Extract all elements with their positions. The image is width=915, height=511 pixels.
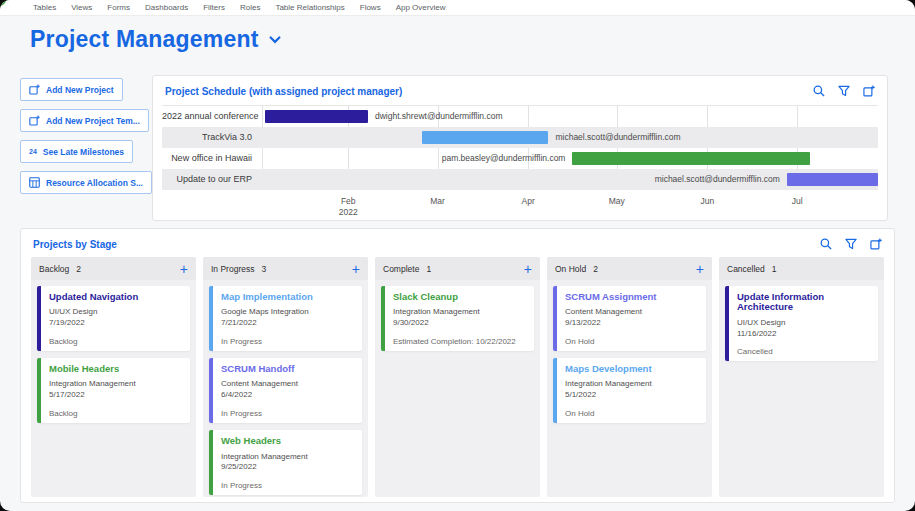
gantt-assignee-label: dwight.shrewt@dundermifflin.com — [375, 106, 503, 127]
sidebar-button-label: Resource Allocation S... — [46, 178, 143, 188]
kanban-column-name: In Progress — [211, 264, 254, 274]
card-status: On Hold — [565, 337, 698, 346]
sidebar-button-label: Add New Project Tem... — [46, 116, 140, 126]
nav-item-table-relationships[interactable]: Table Relationships — [275, 3, 344, 12]
gantt-axis-tick-may: May — [609, 196, 625, 207]
project-card-update-information-architecture[interactable]: Update Information ArchitectureUI/UX Des… — [725, 286, 878, 361]
card-title: Mobile Headers — [49, 364, 182, 374]
kanban-board: Backlog2+Updated NavigationUI/UX Design7… — [21, 256, 894, 507]
gantt-axis-tick-mar: Mar — [430, 196, 445, 207]
kanban-column-count: 1 — [772, 264, 777, 274]
nav-item-roles[interactable]: Roles — [240, 3, 260, 12]
project-card-map-implementation[interactable]: Map ImplementationGoogle Maps Integratio… — [209, 286, 362, 351]
top-nav: TablesViewsFormsDashboardsFiltersRolesTa… — [0, 0, 915, 16]
gantt-chart: 2022 annual conferencedwight.shrewt@dund… — [162, 105, 878, 222]
nav-item-tables[interactable]: Tables — [33, 3, 56, 12]
gantt-bar-trackvia-3-0[interactable] — [422, 131, 549, 144]
kanban-column-cards: Map ImplementationGoogle Maps Integratio… — [203, 280, 368, 497]
milestones-24-icon: 24 — [29, 148, 37, 155]
grid-icon — [29, 177, 40, 188]
nav-item-flows[interactable]: Flows — [360, 3, 381, 12]
see-late-milestones-button[interactable]: 24See Late Milestones — [20, 140, 133, 163]
add-card-button[interactable]: + — [524, 262, 532, 276]
search-icon[interactable] — [813, 85, 825, 97]
kanban-column-header-complete: Complete1+ — [375, 257, 540, 280]
sidebar-button-label: Add New Project — [46, 85, 114, 95]
nav-item-views[interactable]: Views — [71, 3, 92, 12]
projects-by-stage-actions — [820, 238, 882, 250]
projects-by-stage-panel: Projects by Stage Backlog2+Updated Navig… — [20, 228, 895, 503]
card-title: SCRUM Assignment — [565, 292, 698, 302]
card-title: Maps Development — [565, 364, 698, 374]
kanban-column-in-progress: In Progress3+Map ImplementationGoogle Ma… — [203, 257, 368, 497]
project-card-maps-development[interactable]: Maps DevelopmentIntegration Management5/… — [553, 358, 706, 423]
new-item-icon — [29, 84, 40, 95]
add-new-project-button[interactable]: Add New Project — [20, 78, 123, 101]
card-title: Slack Cleanup — [393, 292, 526, 302]
project-card-web-headers[interactable]: Web HeadersIntegration Management9/25/20… — [209, 430, 362, 495]
card-status: In Progress — [221, 481, 354, 490]
project-schedule-actions — [813, 85, 875, 97]
kanban-column-header-cancelled: Cancelled1 — [719, 257, 884, 280]
add-new-project-tem-button[interactable]: Add New Project Tem... — [20, 109, 149, 132]
gantt-bar-2022-annual-conference[interactable] — [265, 110, 368, 123]
add-card-button[interactable]: + — [180, 262, 188, 276]
nav-item-filters[interactable]: Filters — [203, 3, 225, 12]
gantt-assignee-label: michael.scott@dundermifflin.com — [555, 127, 680, 148]
card-status: In Progress — [221, 409, 354, 418]
gantt-chart-cell: michael.scott@dundermifflin.com — [262, 169, 878, 190]
sidebar: Add New ProjectAdd New Project Tem...24S… — [20, 78, 152, 194]
resource-allocation-s-button[interactable]: Resource Allocation S... — [20, 171, 152, 194]
project-card-updated-navigation[interactable]: Updated NavigationUI/UX Design7/19/2022B… — [37, 286, 190, 351]
app-window: TablesViewsFormsDashboardsFiltersRolesTa… — [0, 0, 915, 511]
gantt-axis-tick-jul: Jul — [792, 196, 803, 207]
filter-icon[interactable] — [845, 238, 857, 250]
card-meta: Integration Management5/1/2022 — [565, 379, 698, 401]
project-card-scrum-handoff[interactable]: SCRUM HandoffContent Management6/4/2022I… — [209, 358, 362, 423]
gantt-bar-update-to-our-erp[interactable] — [787, 173, 878, 186]
title-chevron-down-icon[interactable] — [269, 36, 281, 44]
gantt-bar-new-office-in-hawaii[interactable] — [572, 152, 810, 165]
sidebar-button-label: See Late Milestones — [43, 147, 124, 157]
projects-by-stage-title: Projects by Stage — [33, 239, 117, 250]
card-status: On Hold — [565, 409, 698, 418]
card-title: SCRUM Handoff — [221, 364, 354, 374]
card-meta: UI/UX Design11/16/2022 — [737, 318, 870, 340]
page-title-row: Project Management — [30, 26, 281, 53]
add-card-button[interactable]: + — [352, 262, 360, 276]
expand-view-icon[interactable] — [870, 238, 882, 250]
search-icon[interactable] — [820, 238, 832, 250]
kanban-column-name: On Hold — [555, 264, 586, 274]
gantt-assignee-label: pam.beasley@dundermifflin.com — [442, 148, 566, 169]
gantt-axis-tick-feb: Feb2022 — [339, 196, 358, 218]
gantt-axis-tick-jun: Jun — [701, 196, 715, 207]
kanban-column-backlog: Backlog2+Updated NavigationUI/UX Design7… — [31, 257, 196, 497]
expand-view-icon[interactable] — [863, 85, 875, 97]
gantt-row-update-to-our-erp: Update to our ERPmichael.scott@dundermif… — [162, 169, 878, 190]
gantt-axis-tick-apr: Apr — [521, 196, 534, 207]
kanban-column-name: Backlog — [39, 264, 69, 274]
project-card-slack-cleanup[interactable]: Slack CleanupIntegration Management9/30/… — [381, 286, 534, 351]
gantt-row-trackvia-3-0: TrackVia 3.0michael.scott@dundermifflin.… — [162, 127, 878, 148]
kanban-column-cards: Updated NavigationUI/UX Design7/19/2022B… — [31, 280, 196, 436]
gantt-task-label: 2022 annual conference — [162, 106, 262, 127]
add-card-button[interactable]: + — [696, 262, 704, 276]
nav-item-forms[interactable]: Forms — [107, 3, 130, 12]
kanban-column-name: Complete — [383, 264, 419, 274]
card-status: Backlog — [49, 409, 182, 418]
kanban-column-header-in-progress: In Progress3+ — [203, 257, 368, 280]
gantt-row-2022-annual-conference: 2022 annual conferencedwight.shrewt@dund… — [162, 106, 878, 127]
project-card-mobile-headers[interactable]: Mobile HeadersIntegration Management5/17… — [37, 358, 190, 423]
nav-item-app-overview[interactable]: App Overview — [396, 3, 446, 12]
filter-icon[interactable] — [838, 85, 850, 97]
card-title: Update Information Architecture — [737, 292, 870, 313]
card-meta: UI/UX Design7/19/2022 — [49, 307, 182, 329]
kanban-column-cards: SCRUM AssignmentContent Management9/13/2… — [547, 280, 712, 436]
kanban-column-cards: Slack CleanupIntegration Management9/30/… — [375, 280, 540, 364]
project-schedule-panel: Project Schedule (with assigned project … — [152, 75, 888, 221]
project-schedule-title: Project Schedule (with assigned project … — [165, 86, 402, 97]
project-card-scrum-assignment[interactable]: SCRUM AssignmentContent Management9/13/2… — [553, 286, 706, 351]
kanban-column-count: 2 — [593, 264, 598, 274]
kanban-column-on-hold: On Hold2+SCRUM AssignmentContent Managem… — [547, 257, 712, 497]
nav-item-dashboards[interactable]: Dashboards — [145, 3, 188, 12]
